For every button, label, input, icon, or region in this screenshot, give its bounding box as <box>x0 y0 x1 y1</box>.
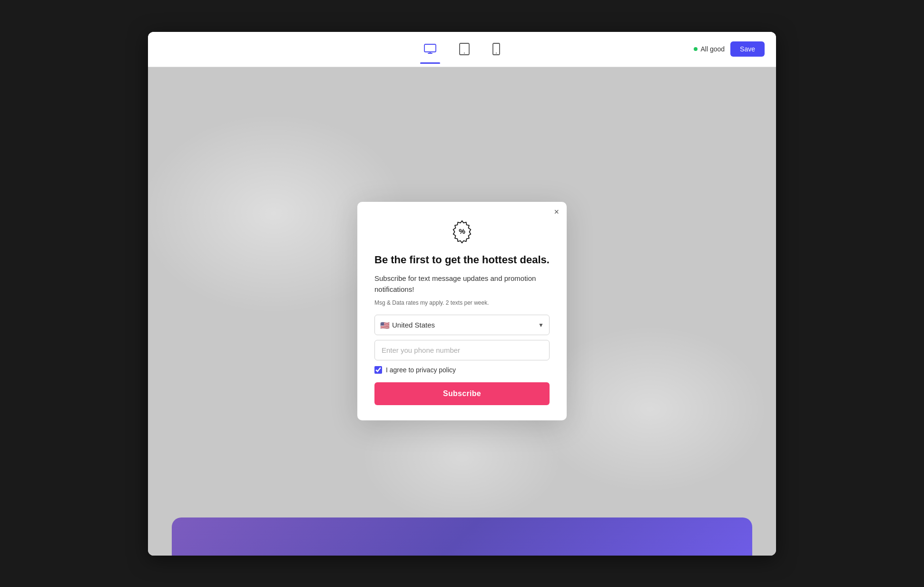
modal-overlay: × % Be the first to get the hottest deal… <box>357 202 567 421</box>
mobile-device-button[interactable] <box>489 39 504 59</box>
svg-rect-0 <box>424 44 436 52</box>
tablet-device-button[interactable] <box>455 39 473 59</box>
modal-description: Subscribe for text message updates and p… <box>374 273 550 295</box>
save-button[interactable]: Save <box>730 41 765 57</box>
svg-text:%: % <box>459 227 465 235</box>
browser-window: All good Save × % Be the first to <box>148 32 776 556</box>
status-dot <box>694 47 698 51</box>
status-indicator: All good <box>694 45 725 53</box>
toolbar-right: All good Save <box>694 41 765 57</box>
canvas-area: × % Be the first to get the hottest deal… <box>148 67 776 556</box>
privacy-checkbox[interactable] <box>374 366 382 374</box>
device-icon-group <box>420 39 504 59</box>
modal-disclaimer: Msg & Data rates my apply. 2 texts per w… <box>374 299 550 306</box>
modal-close-button[interactable]: × <box>554 208 559 216</box>
modal-icon: % <box>374 219 550 246</box>
svg-point-4 <box>496 53 497 54</box>
subscribe-modal: × % Be the first to get the hottest deal… <box>357 202 567 421</box>
privacy-label[interactable]: I agree to privacy policy <box>386 366 456 374</box>
toolbar: All good Save <box>148 32 776 67</box>
country-select[interactable]: United States Canada United Kingdom Aust… <box>374 315 550 335</box>
discount-badge-icon: % <box>450 219 474 244</box>
desktop-device-button[interactable] <box>420 40 440 58</box>
svg-point-2 <box>464 53 465 54</box>
status-text: All good <box>700 45 725 53</box>
subscribe-button[interactable]: Subscribe <box>374 382 550 405</box>
phone-number-input[interactable] <box>374 340 550 360</box>
purple-bar <box>172 517 752 556</box>
privacy-row: I agree to privacy policy <box>374 366 550 374</box>
modal-title: Be the first to get the hottest deals. <box>374 253 550 267</box>
country-select-wrapper: 🇺🇸 United States Canada United Kingdom A… <box>374 315 550 335</box>
